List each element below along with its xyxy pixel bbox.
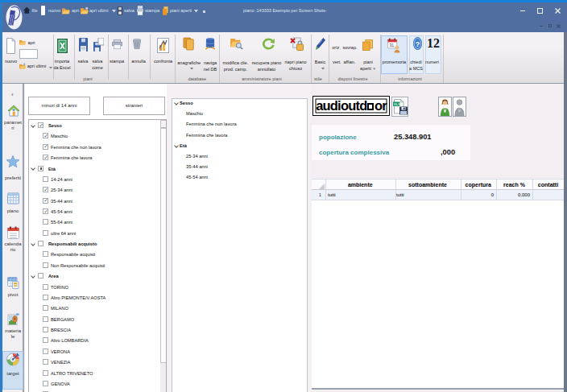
svg-text:XLS: XLS [394,102,400,106]
svg-text:?: ? [416,40,420,48]
svg-text:31: 31 [389,43,394,47]
